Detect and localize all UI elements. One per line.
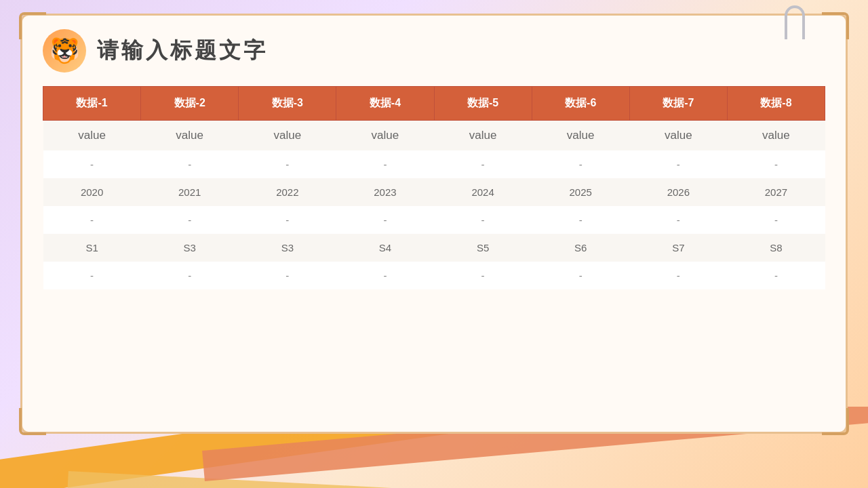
header-col-5: 数据-5 [434,87,532,121]
cell-r2-c7: - [629,150,727,178]
paperclip-decoration [785,5,805,39]
table-header-row: 数据-1数据-2数据-3数据-4数据-5数据-6数据-7数据-8 [43,87,825,121]
table-row: valuevaluevaluevaluevaluevaluevaluevalue [43,121,825,151]
cell-r6-c6: - [532,262,629,289]
data-table-container: 数据-1数据-2数据-3数据-4数据-5数据-6数据-7数据-8 valueva… [43,86,825,289]
table-row: -------- [43,206,825,234]
main-card: 🐯 请输入标题文字 数据-1数据-2数据-3数据-4数据-5数据-6数据-7数据… [20,14,848,434]
data-table: 数据-1数据-2数据-3数据-4数据-5数据-6数据-7数据-8 valueva… [43,86,825,289]
table-row: S1S3S3S4S5S6S7S8 [43,234,825,262]
cell-r2-c1: - [43,150,141,178]
cell-r4-c5: - [434,206,532,234]
cell-r4-c1: - [43,206,141,234]
cell-r6-c2: - [141,262,239,289]
cell-r3-c8: 2027 [727,178,825,206]
cell-r4-c2: - [141,206,239,234]
cell-r6-c4: - [336,262,434,289]
cell-r3-c1: 2020 [43,178,141,206]
header-col-2: 数据-2 [141,87,239,121]
cell-r1-c1: value [43,121,141,151]
table-row: -------- [43,150,825,178]
cell-r2-c6: - [532,150,629,178]
cell-r6-c1: - [43,262,141,289]
cell-r1-c6: value [532,121,629,151]
tiger-avatar: 🐯 [43,29,86,73]
cell-r2-c8: - [727,150,825,178]
cell-r4-c6: - [532,206,629,234]
cell-r1-c4: value [336,121,434,151]
cell-r1-c8: value [727,121,825,151]
header-col-3: 数据-3 [239,87,336,121]
table-row: 20202021202220232024202520262027 [43,178,825,206]
cell-r3-c6: 2025 [532,178,629,206]
cell-r1-c3: value [239,121,336,151]
cell-r2-c2: - [141,150,239,178]
cell-r4-c4: - [336,206,434,234]
header-col-4: 数据-4 [336,87,434,121]
cell-r5-c8: S8 [727,234,825,262]
cell-r3-c4: 2023 [336,178,434,206]
header-col-8: 数据-8 [727,87,825,121]
cell-r3-c5: 2024 [434,178,532,206]
cell-r6-c5: - [434,262,532,289]
cell-r3-c2: 2021 [141,178,239,206]
cell-r5-c6: S6 [532,234,629,262]
cell-r1-c7: value [629,121,727,151]
card-header: 🐯 请输入标题文字 [43,29,825,73]
cell-r6-c8: - [727,262,825,289]
cell-r5-c1: S1 [43,234,141,262]
table-row: -------- [43,262,825,289]
cell-r2-c5: - [434,150,532,178]
cell-r1-c2: value [141,121,239,151]
cell-r5-c4: S4 [336,234,434,262]
cell-r4-c7: - [629,206,727,234]
header-col-1: 数据-1 [43,87,141,121]
cell-r5-c7: S7 [629,234,727,262]
cell-r4-c8: - [727,206,825,234]
cell-r5-c5: S5 [434,234,532,262]
cell-r2-c3: - [239,150,336,178]
cell-r3-c7: 2026 [629,178,727,206]
cell-r3-c3: 2022 [239,178,336,206]
page-title[interactable]: 请输入标题文字 [97,36,268,66]
header-col-7: 数据-7 [629,87,727,121]
corner-tr [822,12,849,39]
band-3 [67,471,813,488]
cell-r5-c3: S3 [239,234,336,262]
cell-r5-c2: S3 [141,234,239,262]
tiger-icon: 🐯 [50,37,80,65]
cell-r6-c3: - [239,262,336,289]
cell-r4-c3: - [239,206,336,234]
header-col-6: 数据-6 [532,87,629,121]
cell-r6-c7: - [629,262,727,289]
corner-br [822,408,849,435]
corner-tl [19,12,46,39]
corner-bl [19,408,46,435]
cell-r2-c4: - [336,150,434,178]
cell-r1-c5: value [434,121,532,151]
